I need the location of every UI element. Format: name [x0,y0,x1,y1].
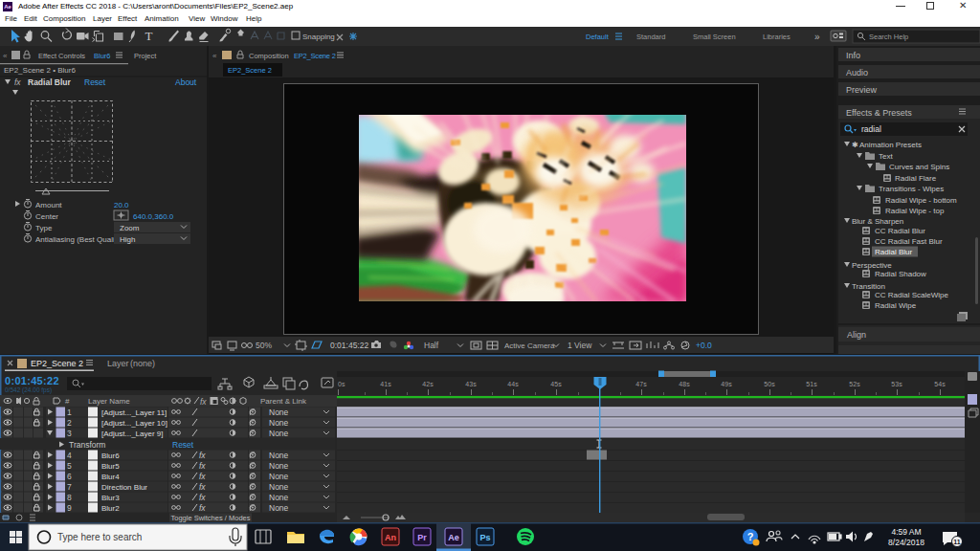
svg-text:Center: Center [35,212,58,221]
svg-text:fx: fx [199,503,206,513]
svg-text:20.0: 20.0 [114,201,129,209]
svg-text:Half: Half [424,341,439,350]
svg-text:0:01:45:22: 0:01:45:22 [330,341,368,350]
svg-text:radial: radial [861,124,881,134]
svg-text:Perspective: Perspective [852,261,892,270]
svg-text:Small Screen: Small Screen [693,33,736,41]
svg-text:Layer: Layer [107,359,129,368]
svg-text:Effect Controls: Effect Controls [38,52,85,60]
svg-text:4:59 AM: 4:59 AM [891,527,921,537]
svg-text:4: 4 [67,451,72,460]
svg-text:About: About [175,77,197,87]
svg-text:640.0,360.0: 640.0,360.0 [133,212,174,221]
svg-text:Reset: Reset [84,77,106,87]
svg-text:Radial Wipe: Radial Wipe [875,301,917,310]
svg-text:An: An [385,533,396,542]
svg-text:5: 5 [67,461,72,471]
svg-text:EP2_Scene 2: EP2_Scene 2 [31,359,83,368]
svg-text:9: 9 [67,503,72,513]
svg-text:51s: 51s [806,381,817,387]
svg-text:«: « [212,52,217,60]
svg-text:Align: Align [847,330,866,340]
svg-text:Antialiasing (Best Qualit: Antialiasing (Best Qualit [35,235,118,244]
svg-text:2: 2 [67,418,72,428]
svg-text:Default: Default [586,33,610,41]
svg-text:«: « [3,52,8,60]
svg-text:Curves and Spins: Curves and Spins [889,163,949,171]
svg-text:Effects & Presets: Effects & Presets [846,108,912,118]
svg-text:48s: 48s [679,381,690,387]
svg-text:3: 3 [67,429,72,438]
svg-text:?: ? [747,531,754,542]
svg-text:Blur3: Blur3 [101,494,120,502]
svg-text:EP2_Scene 2: EP2_Scene 2 [228,66,272,75]
svg-text:54s: 54s [934,381,946,387]
svg-text:42s: 42s [422,381,434,387]
svg-text:45s: 45s [550,381,562,387]
svg-text:Pr: Pr [417,533,427,542]
svg-text:Radial Shadow: Radial Shadow [875,270,926,278]
svg-text:Radial Wipe - top: Radial Wipe - top [885,207,945,215]
svg-text:8: 8 [67,493,72,502]
svg-text:Transition: Transition [852,282,885,291]
svg-text:Reset: Reset [172,440,194,450]
svg-text:Radial Wipe - bottom: Radial Wipe - bottom [885,196,957,205]
svg-text:53s: 53s [891,381,902,387]
svg-text:Text: Text [879,152,893,161]
svg-text:Standard: Standard [636,33,665,41]
svg-text:Ps: Ps [479,533,490,542]
svg-text:EP2_Scene 2: EP2_Scene 2 [294,52,336,60]
svg-text:(none): (none) [130,359,155,368]
svg-text:Radial Blur: Radial Blur [28,77,72,87]
svg-text:43s: 43s [465,381,477,387]
svg-text:fx: fx [199,451,206,460]
svg-text:Libraries: Libraries [763,33,791,41]
svg-text:Blur4: Blur4 [101,473,120,481]
svg-text:6: 6 [67,472,72,481]
svg-text:Audio: Audio [846,68,868,77]
svg-text:0s: 0s [338,381,345,387]
svg-text:CC Radial Blur: CC Radial Blur [875,227,925,235]
svg-text:Blur2: Blur2 [101,504,120,513]
svg-text:50s: 50s [764,381,775,387]
svg-text:[Adjust..._Layer 11]: [Adjust..._Layer 11] [101,408,167,417]
svg-text:✱: ✱ [852,141,858,149]
svg-text:Parent & Link: Parent & Link [260,397,307,406]
svg-text:Search Help: Search Help [869,33,908,41]
svg-text:Blur6: Blur6 [94,52,111,60]
svg-text:Ae: Ae [448,533,459,542]
svg-text:Animation Presets: Animation Presets [859,141,922,149]
svg-text:fx: fx [199,472,206,481]
svg-text:T: T [145,29,153,43]
svg-text:Type: Type [35,224,53,232]
svg-text:Direction Blur: Direction Blur [101,483,147,492]
svg-text:Project: Project [134,52,157,60]
svg-text:Transform: Transform [69,440,105,450]
svg-text:EP2_Scene 2 • Blur6: EP2_Scene 2 • Blur6 [4,66,76,75]
svg-text:fx: fx [199,461,206,471]
svg-text:0:01:45:22: 0:01:45:22 [5,375,59,386]
svg-text:1: 1 [67,408,72,417]
svg-text:Blur6: Blur6 [101,452,120,460]
svg-text:[Adjust..._Layer 10]: [Adjust..._Layer 10] [101,419,167,428]
svg-text:fx: fx [14,77,21,87]
svg-text:Radial Flare: Radial Flare [895,174,937,183]
svg-text:Blur & Sharpen: Blur & Sharpen [852,217,903,226]
svg-text:Amount: Amount [35,201,62,209]
svg-text:41s: 41s [380,381,391,387]
svg-text:»: » [814,32,820,42]
svg-text:Transitions - Wipes: Transitions - Wipes [879,185,944,193]
svg-text:Composition: Composition [249,52,289,60]
svg-text:Preview: Preview [846,85,878,95]
svg-text:47s: 47s [635,381,647,387]
svg-text:0/542 (24.00 fps): 0/542 (24.00 fps) [5,386,52,394]
svg-text:8/24/2018: 8/24/2018 [888,538,924,547]
svg-text:Zoom: Zoom [120,224,140,232]
svg-text:Snapping: Snapping [302,33,335,41]
svg-text:11: 11 [953,539,961,545]
svg-text:Layer Name: Layer Name [88,397,130,406]
svg-text:fx: fx [199,482,206,492]
svg-text:49s: 49s [721,381,732,387]
svg-text:1 View: 1 View [568,341,592,350]
svg-text:[Adjust..._Layer 9]: [Adjust..._Layer 9] [101,430,163,438]
